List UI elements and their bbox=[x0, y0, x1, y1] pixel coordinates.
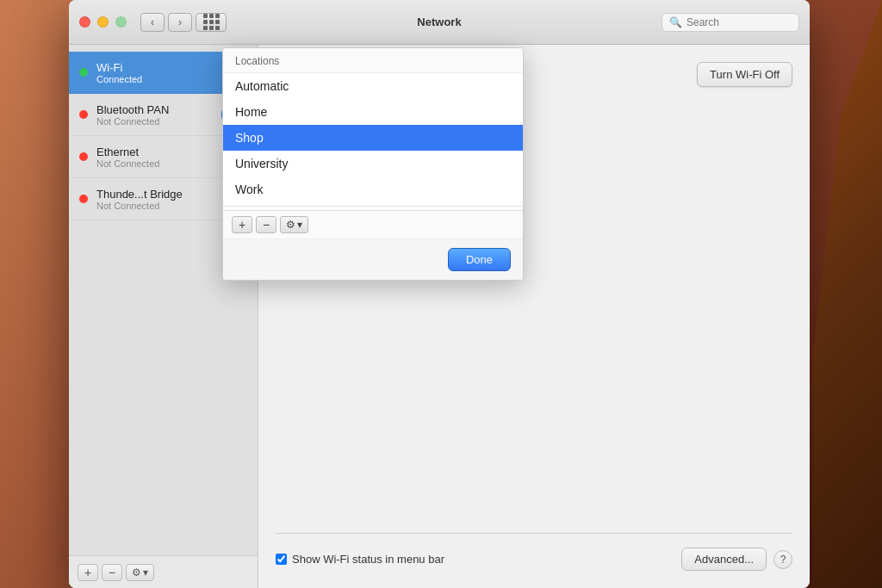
network-name-thunderbolt: Thunde...t Bridge bbox=[96, 188, 211, 201]
dropdown-item-university[interactable]: University bbox=[223, 151, 523, 176]
dropdown-gear-button[interactable]: ⚙ ▾ bbox=[280, 216, 308, 233]
gear-icon: ⚙ bbox=[132, 566, 141, 579]
bottom-right-buttons: Advanced... ? bbox=[681, 548, 792, 571]
status-dot-wifi bbox=[79, 68, 88, 77]
network-name-wifi: Wi-Fi bbox=[96, 61, 211, 74]
done-btn-area: Done bbox=[223, 238, 523, 280]
search-bar[interactable]: 🔍 bbox=[662, 13, 799, 32]
network-preferences-window: ‹ › Network 🔍 Wi-Fi bbox=[69, 0, 810, 588]
dropdown-item-work[interactable]: Work bbox=[223, 176, 523, 202]
dropdown-add-button[interactable]: + bbox=[232, 216, 252, 233]
dropdown-item-home[interactable]: Home bbox=[223, 99, 523, 125]
minimize-button[interactable] bbox=[97, 16, 109, 28]
network-info-thunderbolt: Thunde...t Bridge Not Connected bbox=[96, 188, 211, 211]
grid-icon bbox=[203, 14, 220, 30]
dropdown-divider bbox=[223, 206, 523, 207]
bottom-bar: Show Wi-Fi status in menu bar Advanced..… bbox=[276, 533, 792, 571]
window-title: Network bbox=[417, 15, 461, 28]
show-wifi-label: Show Wi-Fi status in menu bar bbox=[292, 553, 444, 566]
status-dot-ethernet bbox=[79, 152, 88, 161]
search-input[interactable] bbox=[686, 16, 792, 28]
maximize-button[interactable] bbox=[115, 16, 127, 28]
chevron-down-icon: ▾ bbox=[143, 566, 148, 579]
dropdown-remove-button[interactable]: − bbox=[256, 216, 276, 233]
network-info-ethernet: Ethernet Not Connected bbox=[96, 145, 211, 169]
titlebar: ‹ › Network 🔍 bbox=[69, 0, 810, 45]
help-button[interactable]: ? bbox=[773, 550, 792, 569]
done-button[interactable]: Done bbox=[448, 248, 511, 271]
forward-button[interactable]: › bbox=[168, 13, 192, 32]
sidebar-toolbar: + − ⚙ ▾ bbox=[69, 555, 258, 588]
dropdown-header: Locations bbox=[223, 48, 523, 73]
dropdown-gear-icon: ⚙ bbox=[286, 219, 295, 231]
locations-dropdown: Locations Automatic Home Shop University… bbox=[222, 47, 524, 281]
nav-buttons: ‹ › bbox=[140, 13, 192, 32]
dropdown-item-automatic[interactable]: Automatic bbox=[223, 73, 523, 99]
network-settings-button[interactable]: ⚙ ▾ bbox=[126, 564, 154, 581]
back-button[interactable]: ‹ bbox=[140, 13, 165, 32]
network-name-ethernet: Ethernet bbox=[96, 145, 211, 158]
add-network-button[interactable]: + bbox=[78, 564, 98, 581]
network-status-thunderbolt: Not Connected bbox=[96, 201, 211, 211]
traffic-lights bbox=[79, 16, 127, 28]
network-info-wifi: Wi-Fi Connected bbox=[96, 61, 211, 84]
network-name-bluetooth: Bluetooth PAN bbox=[96, 103, 211, 116]
dropdown-item-shop[interactable]: Shop bbox=[223, 125, 523, 151]
dropdown-list: Automatic Home Shop University Work bbox=[223, 73, 523, 202]
remove-network-button[interactable]: − bbox=[102, 564, 122, 581]
show-wifi-checkbox[interactable] bbox=[276, 554, 287, 565]
network-status-wifi: Connected bbox=[96, 74, 211, 84]
search-icon: 🔍 bbox=[669, 16, 682, 28]
network-info-bluetooth: Bluetooth PAN Not Connected bbox=[96, 103, 211, 127]
advanced-button[interactable]: Advanced... bbox=[681, 548, 767, 571]
spacer bbox=[276, 257, 792, 533]
grid-view-button[interactable] bbox=[196, 13, 227, 32]
status-dot-bluetooth bbox=[79, 110, 88, 119]
status-dot-thunderbolt bbox=[79, 195, 88, 203]
dropdown-toolbar: + − ⚙ ▾ bbox=[223, 210, 523, 238]
network-status-ethernet: Not Connected bbox=[96, 158, 211, 169]
close-button[interactable] bbox=[79, 16, 90, 28]
network-status-bluetooth: Not Connected bbox=[96, 116, 211, 127]
turn-wifi-button[interactable]: Turn Wi-Fi Off bbox=[697, 62, 792, 87]
dropdown-chevron-icon: ▾ bbox=[297, 219, 302, 231]
show-wifi-checkbox-row: Show Wi-Fi status in menu bar bbox=[276, 553, 444, 566]
